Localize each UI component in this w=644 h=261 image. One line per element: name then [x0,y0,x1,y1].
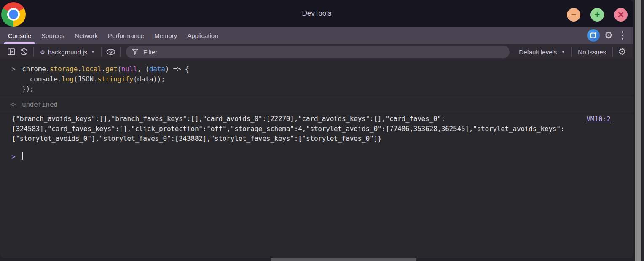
console-toolbar: ⚙ background.js ▼ Default levels ▼ [0,44,633,60]
console-input[interactable]: > [0,148,633,162]
command-prompt-icon: > [11,64,16,74]
issues-counter[interactable]: No Issues [574,48,609,56]
console-log-message: {"branch_avoids_keys":[],"branch_faves_k… [0,112,633,148]
filter-funnel-icon [132,49,138,55]
background-page-edge [271,258,416,261]
minimize-button[interactable]: − [567,8,580,22]
chrome-logo-icon [1,2,26,27]
tab-memory[interactable]: Memory [149,27,182,44]
tab-application[interactable]: Application [182,27,223,44]
result-value: undefined [22,100,608,110]
tab-sources[interactable]: Sources [36,27,70,44]
gear-icon: ⚙ [40,49,45,55]
divider [571,47,572,57]
tab-network[interactable]: Network [70,27,103,44]
levels-label: Default levels [519,48,557,56]
divider [612,47,613,57]
console-settings-gear-icon[interactable]: ⚙ [616,46,628,58]
tab-console[interactable]: Console [3,27,36,44]
return-value-icon: <· [10,100,16,110]
chevron-down-icon: ▼ [561,50,565,54]
log-line: [324583],"card_faves_keys":[],"click_pro… [12,124,583,134]
command-line: console.log(JSON.stringify(data)); [22,74,608,84]
divider [33,47,34,57]
filter-input[interactable] [142,48,504,56]
divider [120,47,121,57]
filter-box[interactable] [126,46,510,58]
maximize-button[interactable]: + [590,8,604,22]
executed-command: > chrome.storage.local.get(null, (data) … [0,60,633,97]
log-line: ["storylet_avoids_0"],"storylet_faves_0"… [12,134,583,144]
tab-performance[interactable]: Performance [103,27,149,44]
background-page-scrollbar[interactable] [635,0,641,261]
devtools-settings-gear-icon[interactable]: ⚙ [602,30,615,41]
console-messages: > chrome.storage.local.get(null, (data) … [0,60,633,258]
more-menu-kebab-icon[interactable] [617,30,628,41]
context-label: background.js [48,48,87,56]
divider [101,47,102,57]
tabbar-right-actions: ⚙ [579,27,633,44]
screen: DevTools − + ✕ Console Sources Network P… [0,0,644,261]
console-prompt-icon: > [11,152,16,162]
command-result: <· undefined [0,97,633,113]
command-line: }); [22,84,608,94]
issues-label: No Issues [578,48,606,56]
tabbar-spacer [223,27,579,44]
window-controls: − + ✕ [567,8,628,22]
live-expression-eye-icon[interactable] [105,46,117,58]
clear-console-icon[interactable] [18,46,30,58]
console-sidebar-icon[interactable] [5,46,18,58]
panel-tabbar: Console Sources Network Performance Memo… [0,27,633,44]
text-cursor [22,152,23,160]
ai-assistant-icon[interactable] [587,29,600,42]
source-location-link[interactable]: VM10:2 [586,114,611,124]
log-levels-dropdown[interactable]: Default levels ▼ [515,48,568,56]
titlebar: DevTools − + ✕ [0,0,633,27]
log-line: {"branch_avoids_keys":[],"branch_faves_k… [12,114,583,124]
window-title: DevTools [0,0,633,27]
chevron-down-icon: ▼ [91,50,95,54]
command-line: chrome.storage.local.get(null, (data) =>… [22,64,608,74]
execution-context-selector[interactable]: ⚙ background.js ▼ [37,48,98,56]
devtools-window: DevTools − + ✕ Console Sources Network P… [0,0,633,258]
close-button[interactable]: ✕ [614,8,628,22]
